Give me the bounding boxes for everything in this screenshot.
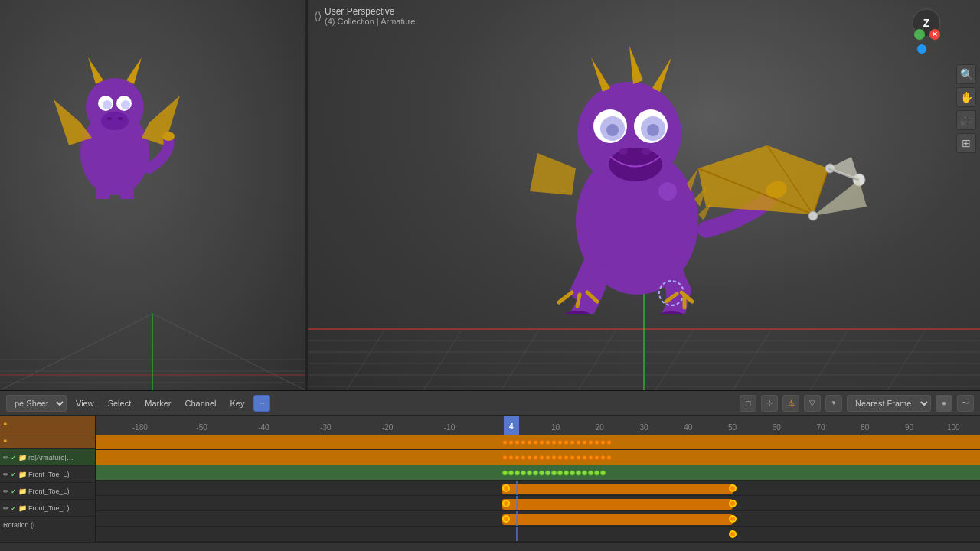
keyframe-dot — [502, 470, 508, 475]
summary-row-1[interactable]: ● — [0, 416, 95, 432]
svg-line-37 — [578, 329, 616, 390]
ruler-container: -180 -50 -40 -30 -20 -10 4 10 20 30 40 5 — [96, 416, 980, 433]
check-icon: ✓ — [11, 454, 17, 461]
folder-icon-4: 📁 — [18, 471, 27, 478]
keyframe-dot — [521, 455, 526, 460]
channel-label-5: Front_Toe_L) — [28, 487, 70, 495]
keyframe-dot — [594, 470, 599, 475]
nearest-frame-dropdown[interactable]: Nearest Frame — [847, 395, 931, 412]
keyframe-dot — [600, 439, 606, 445]
keyframe-dot — [564, 455, 569, 460]
search-toolbar-btn[interactable]: 🔍 — [956, 64, 976, 84]
playback-sync-btn[interactable]: ● — [936, 395, 952, 412]
keyframe-dot — [539, 439, 544, 445]
keyframe-dot — [514, 455, 520, 460]
svg-point-75 — [642, 148, 651, 155]
single-keyframe-7 — [729, 530, 737, 538]
ruler-mark-n50: -50 — [196, 423, 207, 432]
keyframe-dot — [521, 439, 526, 445]
svg-marker-10 — [126, 57, 142, 84]
pencil-icon-6: ✏ — [3, 504, 9, 512]
keyframe-dot — [545, 439, 550, 445]
channel-row-6[interactable]: ✏ ✓ 📁 Front_Toe_L) — [0, 500, 95, 517]
track-row-6[interactable] — [96, 511, 980, 527]
channel-menu[interactable]: Channel — [180, 397, 220, 409]
svg-point-73 — [609, 148, 662, 181]
ruler-mark-50: 50 — [728, 423, 737, 432]
scroll-icon-btn[interactable]: ↔ — [253, 395, 270, 412]
track-row-7[interactable] — [96, 527, 980, 542]
channel-row-7[interactable]: Rotation (L — [0, 517, 95, 533]
keyframe-dot — [551, 470, 557, 475]
camera-toolbar-btn[interactable]: 🎥 — [956, 110, 976, 130]
orange-bar-6 — [502, 514, 732, 525]
svg-marker-60 — [828, 157, 859, 180]
svg-line-35 — [423, 329, 462, 390]
svg-line-77 — [559, 292, 572, 302]
current-frame-line — [516, 496, 518, 510]
curve-btn[interactable]: 〜 — [957, 395, 974, 412]
tracks-area: -180 -50 -40 -30 -20 -10 4 10 20 30 40 5 — [96, 416, 980, 542]
folder-icon-6: 📁 — [18, 504, 27, 512]
marker-menu[interactable]: Marker — [140, 397, 175, 409]
pencil-icon-5: ✏ — [3, 487, 9, 495]
view-menu[interactable]: View — [71, 397, 99, 409]
svg-marker-9 — [88, 57, 103, 84]
editor-type-dropdown[interactable]: pe Sheet — [6, 395, 67, 412]
timeline-ruler[interactable]: -180 -50 -40 -30 -20 -10 4 10 20 30 40 5 — [96, 416, 980, 435]
key-menu[interactable]: Key — [225, 397, 249, 409]
track-row-4[interactable] — [96, 481, 980, 496]
svg-marker-65 — [629, 46, 643, 84]
status-dots: ✕ — [914, 29, 940, 54]
track-row-5[interactable] — [96, 496, 980, 511]
svg-line-38 — [655, 329, 694, 390]
pencil-icon: ✏ — [3, 454, 9, 461]
filter-options-btn[interactable]: ▼ — [825, 395, 842, 412]
left-viewport[interactable] — [0, 0, 306, 390]
svg-marker-66 — [652, 57, 671, 92]
grab-toolbar-btn[interactable]: ✋ — [956, 87, 976, 107]
select-menu[interactable]: Select — [103, 397, 136, 409]
keyframe-dot — [570, 470, 575, 475]
warning-btn[interactable]: ⚠ — [782, 395, 799, 412]
ruler-mark-n40: -40 — [258, 423, 269, 432]
current-frame-line — [516, 511, 518, 526]
start-keyframe-6 — [502, 515, 510, 523]
pencil-icon-4: ✏ — [3, 471, 9, 478]
channel-row-4[interactable]: ✏ ✓ 📁 Front_Toe_L) — [0, 466, 95, 483]
perspective-label: ⟨⟩ User Perspective (4) Collection | Arm… — [314, 6, 415, 26]
keyframe-dot — [564, 439, 569, 445]
track-row-2[interactable] — [96, 450, 980, 465]
select-mode-btn[interactable]: ◻ — [740, 395, 756, 412]
svg-marker-19 — [142, 96, 180, 145]
keyframe-dot — [557, 455, 563, 460]
keyframe-dot — [600, 455, 606, 460]
track-row-1[interactable] — [96, 435, 980, 451]
svg-line-0 — [0, 314, 153, 390]
track-row-3[interactable] — [96, 465, 980, 481]
keyframe-dot — [576, 470, 581, 475]
grid-toolbar-btn[interactable]: ⊞ — [956, 133, 976, 153]
filter-btn[interactable]: ▽ — [804, 395, 821, 412]
keyframe-dot — [533, 455, 538, 460]
right-toolbar: 🔍 ✋ 🎥 ⊞ — [956, 8, 976, 153]
start-keyframe-4 — [502, 484, 510, 492]
transform-btn[interactable]: ⊹ — [761, 395, 778, 412]
channel-row-5[interactable]: ✏ ✓ 📁 Front_Toe_L) — [0, 483, 95, 500]
current-frame-marker[interactable]: 4 — [504, 416, 519, 435]
svg-marker-62 — [530, 153, 576, 195]
viewport-area: ⟨⟩ User Perspective (4) Collection | Arm… — [0, 0, 980, 390]
ruler-mark-90: 90 — [905, 423, 913, 432]
main-character — [446, 15, 867, 314]
timeline-labels: ● ● ✏ ✓ 📁 re|Armature|Jump|Arma ✏ ✓ 📁 — [0, 416, 96, 542]
svg-point-14 — [121, 100, 130, 109]
main-viewport[interactable]: ⟨⟩ User Perspective (4) Collection | Arm… — [308, 0, 980, 390]
keyframe-dot — [588, 470, 593, 475]
armature-row[interactable]: ✏ ✓ 📁 re|Armature|Jump|Arma — [0, 449, 95, 466]
timeline-panel: pe Sheet View Select Marker Channel Key … — [0, 390, 980, 551]
ruler-mark-70: 70 — [817, 423, 825, 432]
svg-line-36 — [501, 329, 539, 390]
summary-row-2[interactable]: ● — [0, 432, 95, 449]
keyframe-dot — [545, 455, 550, 460]
timeline-scrollbar[interactable] — [0, 542, 980, 551]
